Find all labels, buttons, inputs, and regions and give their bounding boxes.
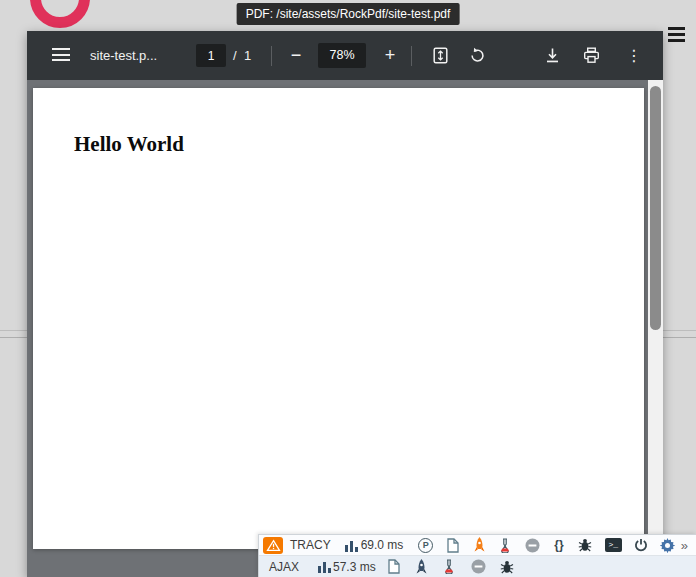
page-separator: / xyxy=(233,31,237,80)
fit-to-page-icon xyxy=(432,47,449,64)
print-button[interactable] xyxy=(582,47,600,65)
pdf-filename: site-test.p... xyxy=(90,31,157,80)
zoom-in-button[interactable]: + xyxy=(379,31,401,80)
pdf-url-tooltip: PDF: /site/assets/RockPdf/site-test.pdf xyxy=(237,3,460,25)
more-options-button[interactable]: ⋮ xyxy=(624,31,644,80)
pdf-heading: Hello World xyxy=(74,132,184,157)
gear-icon[interactable] xyxy=(660,538,675,553)
print-icon xyxy=(583,47,600,64)
bar-chart-icon[interactable] xyxy=(318,560,331,573)
pdf-toolbar: site-test.p... / 1 − 78% + xyxy=(27,31,663,80)
zoom-level: 78% xyxy=(318,43,366,68)
warning-icon[interactable] xyxy=(263,537,283,554)
terminal-icon[interactable]: >_ xyxy=(605,538,622,552)
pdf-viewer-canvas: Hello World xyxy=(27,80,648,577)
bug-icon[interactable] xyxy=(500,560,514,574)
pdf-sidebar-toggle-button[interactable] xyxy=(52,48,70,65)
ajax-time[interactable]: 57.3 ms xyxy=(333,560,376,574)
toolbar-divider xyxy=(411,46,412,66)
minus-circle-icon[interactable] xyxy=(471,559,486,574)
document-icon[interactable] xyxy=(388,559,400,574)
background-divider xyxy=(663,337,696,338)
download-button[interactable] xyxy=(543,47,561,65)
background-divider xyxy=(0,337,27,338)
scrollbar-thumb[interactable] xyxy=(650,86,661,330)
hamburger-icon xyxy=(52,48,70,50)
flask-icon[interactable] xyxy=(443,559,455,574)
fit-to-page-button[interactable] xyxy=(431,47,449,65)
power-icon[interactable] xyxy=(634,538,648,552)
scrollbar[interactable] xyxy=(648,80,663,577)
processwire-icon[interactable]: P xyxy=(418,538,433,553)
processwire-logo-ring xyxy=(30,0,90,28)
rotate-button[interactable] xyxy=(468,47,486,65)
collapse-icon[interactable]: » xyxy=(681,538,688,553)
page-number-input[interactable] xyxy=(196,44,226,67)
hamburger-icon xyxy=(668,27,685,30)
pdf-viewer-modal: site-test.p... / 1 − 78% + xyxy=(27,31,663,577)
zoom-out-button[interactable]: − xyxy=(285,31,307,80)
tracy-ajax-row: AJAX 57.3 ms xyxy=(259,556,696,577)
tracy-label: TRACY xyxy=(290,538,331,552)
background-divider xyxy=(0,330,27,331)
tracy-main-row: TRACY 69.0 ms P xyxy=(259,535,696,556)
rocket-icon[interactable] xyxy=(474,537,485,553)
download-icon xyxy=(544,47,561,64)
tracy-time[interactable]: 69.0 ms xyxy=(361,538,404,552)
pdf-page: Hello World xyxy=(33,88,644,549)
toolbar-divider xyxy=(271,46,272,66)
bar-chart-icon[interactable] xyxy=(345,539,358,552)
bug-icon[interactable] xyxy=(578,538,592,552)
site-menu-button[interactable] xyxy=(668,27,686,45)
page-total: 1 xyxy=(244,31,251,80)
document-icon[interactable] xyxy=(447,538,459,553)
screen: PDF: /site/assets/RockPdf/site-test.pdf … xyxy=(0,0,696,577)
flask-icon[interactable] xyxy=(499,538,511,553)
braces-icon[interactable]: {} xyxy=(554,538,563,552)
rotate-icon xyxy=(469,47,486,64)
rocket-icon[interactable] xyxy=(416,559,427,575)
tracy-debug-bar: TRACY 69.0 ms P xyxy=(258,534,696,577)
minus-circle-icon[interactable] xyxy=(525,538,540,553)
ajax-label: AJAX xyxy=(269,560,299,574)
background-divider xyxy=(663,330,696,331)
